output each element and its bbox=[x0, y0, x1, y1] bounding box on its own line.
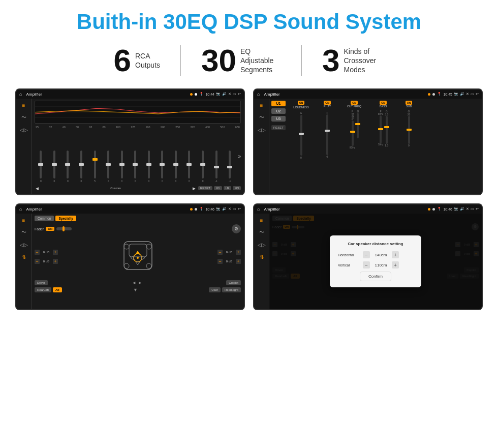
right-minus-1[interactable]: − bbox=[217, 250, 223, 255]
screen4-content: Common Specialty Fader ON ⚙ bbox=[269, 214, 482, 309]
eq-slider-13[interactable]: -1 bbox=[210, 151, 223, 183]
dialog-vertical-row: Vertical − 110cm + bbox=[338, 261, 413, 268]
eq-slider-14[interactable]: -1 bbox=[224, 151, 236, 183]
vertical-plus-btn[interactable]: + bbox=[392, 261, 399, 268]
stats-row: 6 RCA Outputs 30 EQ Adjustable Segments … bbox=[15, 45, 483, 76]
sidebar-arrows-icon-3[interactable]: ⇅ bbox=[19, 253, 28, 260]
phat-on-btn[interactable]: ON bbox=[324, 101, 331, 105]
eq-u1-button[interactable]: U1 bbox=[214, 186, 222, 190]
eq-slider-11[interactable]: 0 bbox=[183, 151, 196, 183]
dialog-horizontal-row: Horizontal − 140cm + bbox=[338, 251, 413, 258]
svg-point-14 bbox=[146, 263, 151, 268]
sidebar-wave-icon[interactable]: 〜 bbox=[19, 114, 28, 121]
sub-title: SUB bbox=[406, 105, 412, 108]
dialog-title: Car speaker distance setting bbox=[338, 242, 413, 246]
sidebar-wave-icon-3[interactable]: 〜 bbox=[19, 229, 28, 236]
eq-slider-10[interactable]: 0 bbox=[170, 151, 182, 183]
home-icon-3: ⌂ bbox=[19, 206, 22, 212]
eq-slider-12[interactable]: 0 bbox=[197, 151, 209, 183]
sidebar-speaker-icon[interactable]: ◁▷ bbox=[19, 126, 28, 133]
tab-specialty[interactable]: Specialty bbox=[55, 216, 76, 221]
eq-freq-labels: 2532405063 80100125160200 25032040050063… bbox=[35, 126, 241, 129]
bass-on-btn[interactable]: ON bbox=[380, 101, 387, 105]
cutfreq-on-btn[interactable]: ON bbox=[351, 101, 358, 105]
fader-on-btn[interactable]: ON bbox=[46, 227, 54, 231]
preset-u2[interactable]: U2 bbox=[271, 108, 286, 114]
tab-common[interactable]: Common bbox=[35, 216, 54, 221]
horizontal-minus-btn[interactable]: − bbox=[363, 251, 370, 258]
close-icon-1: ✕ bbox=[228, 92, 231, 96]
eq-slider-8[interactable]: 0 bbox=[143, 151, 155, 183]
loudness-on-btn[interactable]: ON bbox=[298, 101, 305, 105]
vertical-minus-btn[interactable]: − bbox=[363, 261, 370, 268]
sidebar-speaker-icon-2[interactable]: ◁▷ bbox=[257, 126, 266, 133]
sidebar-speaker-icon-4[interactable]: ◁▷ bbox=[257, 241, 266, 248]
eq-slider-7[interactable]: 0 bbox=[129, 151, 142, 183]
driver-btn[interactable]: Driver bbox=[35, 280, 48, 285]
left-plus-2[interactable]: + bbox=[53, 259, 58, 264]
eq-slider-2[interactable]: 0 bbox=[61, 151, 74, 183]
eq-slider-0[interactable]: 0 bbox=[35, 151, 47, 183]
left-minus-1[interactable]: − bbox=[35, 250, 40, 255]
stat-eq-desc: EQ Adjustable Segments bbox=[240, 47, 281, 75]
eq-slider-9[interactable]: 0 bbox=[156, 151, 169, 183]
fader-content: Common Specialty Fader ON ⚙ bbox=[32, 214, 244, 309]
copilot-btn[interactable]: Copilot bbox=[226, 280, 241, 285]
svg-marker-7 bbox=[136, 251, 140, 254]
right-plus-2[interactable]: + bbox=[236, 259, 241, 264]
bass-g-col: G 3.0 1.0 bbox=[385, 110, 388, 147]
down-arrow-icon[interactable]: ▼ bbox=[133, 287, 138, 292]
sidebar-eq-icon-2[interactable]: ≡ bbox=[257, 102, 266, 109]
status-dot2-1 bbox=[195, 93, 197, 96]
eq-reset-button[interactable]: RESET bbox=[198, 186, 212, 190]
rearleft-btn[interactable]: RearLeft bbox=[35, 287, 51, 292]
car-diagram bbox=[60, 236, 215, 277]
sidebar-eq-icon[interactable]: ≡ bbox=[19, 102, 28, 109]
cutfreq-title: CUT FREQ bbox=[347, 105, 361, 108]
sidebar-eq-icon-4[interactable]: ≡ bbox=[257, 217, 266, 224]
fader-tabs: Common Specialty bbox=[35, 216, 241, 221]
eq-slider-4[interactable]: 5 bbox=[88, 151, 101, 183]
user-btn[interactable]: User bbox=[209, 287, 221, 292]
preset-u3[interactable]: U3 bbox=[271, 116, 286, 122]
amp2-reset-button[interactable]: RESET bbox=[271, 125, 286, 130]
eq-slider-1[interactable]: 0 bbox=[48, 151, 61, 183]
eq-more-icon[interactable]: » bbox=[238, 154, 241, 159]
phat-f-col: F 0 bbox=[326, 111, 328, 158]
stat-rca: 6 RCA Outputs bbox=[94, 45, 181, 76]
cutfreq-f-col: F 100Hz 80Hz bbox=[350, 110, 356, 158]
status-right-3: 📍 10:46 📷🔊✕▭↩ bbox=[199, 207, 241, 211]
sidebar-arrows-icon-4[interactable]: ⇅ bbox=[257, 253, 266, 260]
page-title: Buith-in 30EQ DSP Sound System bbox=[15, 10, 483, 34]
sidebar-wave-icon-2[interactable]: 〜 bbox=[257, 114, 266, 121]
right-plus-1[interactable]: + bbox=[236, 250, 241, 255]
fader-slider[interactable] bbox=[56, 227, 72, 230]
sidebar-4: ≡ 〜 ◁▷ ⇅ bbox=[254, 214, 269, 309]
all-btn[interactable]: All bbox=[53, 287, 62, 292]
sidebar-1: ≡ 〜 ◁▷ bbox=[16, 99, 32, 194]
eq-slider-3[interactable]: 0 bbox=[75, 151, 88, 183]
eq-slider-5[interactable]: 0 bbox=[102, 151, 115, 183]
eq-u2-button[interactable]: U2 bbox=[224, 186, 232, 190]
right-arrow-icon[interactable]: ► bbox=[138, 280, 142, 285]
eq-u3-button[interactable]: U3 bbox=[233, 186, 241, 190]
preset-u1[interactable]: U1 bbox=[271, 101, 286, 106]
sidebar-eq-icon-3[interactable]: ≡ bbox=[19, 217, 28, 224]
horizontal-plus-btn[interactable]: + bbox=[392, 251, 399, 258]
screen-fader-dialog: ⌂ Amplifier 📍 10:46 📷🔊✕▭↩ ≡ 〜 ◁▷ ⇅ bbox=[253, 203, 483, 310]
confirm-button[interactable]: Confirm bbox=[360, 272, 391, 281]
left-plus-1[interactable]: + bbox=[53, 250, 58, 255]
left-arrow-icon[interactable]: ◄ bbox=[132, 280, 136, 285]
eq-slider-6[interactable]: 0 bbox=[115, 151, 128, 183]
sub-on-btn[interactable]: ON bbox=[406, 101, 413, 105]
settings-icon[interactable]: ⚙ bbox=[232, 224, 241, 233]
eq-next-button[interactable]: ► bbox=[192, 186, 197, 191]
rearright-btn[interactable]: RearRight bbox=[222, 287, 241, 292]
right-minus-2[interactable]: − bbox=[217, 259, 223, 264]
sidebar-speaker-icon-3[interactable]: ◁▷ bbox=[19, 241, 28, 248]
left-minus-2[interactable]: − bbox=[35, 259, 40, 264]
eq-prev-button[interactable]: ◄ bbox=[35, 186, 40, 191]
svg-point-6 bbox=[137, 257, 139, 259]
svg-marker-8 bbox=[136, 262, 140, 265]
sidebar-wave-icon-4[interactable]: 〜 bbox=[257, 229, 266, 236]
